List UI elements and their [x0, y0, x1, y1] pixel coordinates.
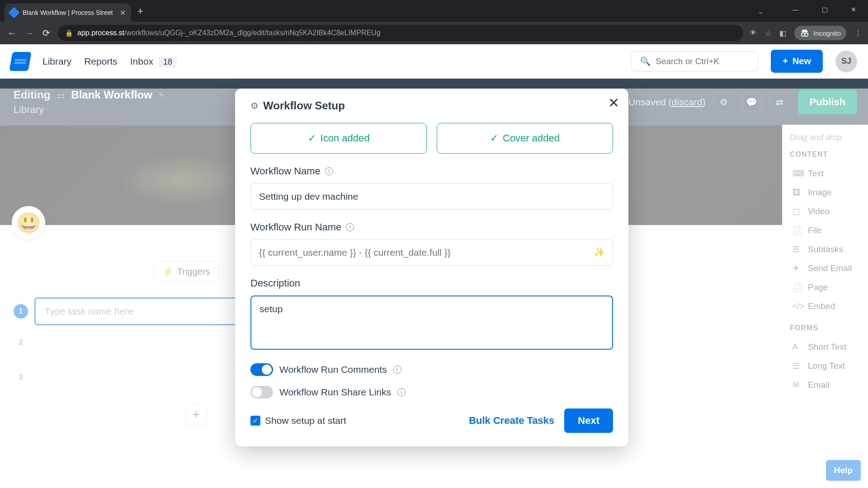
sharelinks-toggle-label: Workflow Run Share Links	[279, 387, 391, 398]
workflow-setup-modal: ⚙ Workflow Setup ✕ ✓Icon added ✓Cover ad…	[235, 89, 628, 446]
workflow-name-label: Workflow Name i	[250, 165, 613, 177]
info-icon[interactable]: i	[393, 366, 401, 374]
nav-back-icon[interactable]: ←	[6, 28, 17, 38]
tab-search-icon[interactable]: ⌄	[757, 6, 764, 16]
run-name-input[interactable]	[250, 239, 613, 266]
user-avatar[interactable]: SJ	[835, 51, 857, 72]
bulk-create-link[interactable]: Bulk Create Tasks	[469, 415, 554, 427]
new-button[interactable]: + New	[771, 50, 823, 73]
description-label: Description	[250, 277, 613, 289]
nav-reports[interactable]: Reports	[84, 56, 118, 67]
icon-added-chip[interactable]: ✓Icon added	[250, 123, 427, 154]
tab-title: Blank Workflow | Process Street	[23, 9, 113, 16]
nav-reload-icon[interactable]: ⟳	[41, 28, 52, 38]
app-logo-icon[interactable]	[9, 52, 31, 71]
info-icon[interactable]: i	[325, 167, 333, 175]
incognito-badge[interactable]: Incognito	[794, 26, 846, 40]
check-icon: ✓	[308, 132, 316, 144]
inbox-count-badge: 18	[159, 56, 177, 67]
browser-menu-icon[interactable]: ⋮	[854, 29, 862, 38]
window-maximize-icon[interactable]: ▢	[810, 0, 839, 19]
tab-favicon-icon	[8, 7, 19, 18]
check-icon: ✓	[490, 132, 498, 144]
info-icon[interactable]: i	[397, 388, 406, 396]
bookmark-star-icon[interactable]: ☆	[765, 29, 771, 38]
info-icon[interactable]: i	[346, 223, 354, 231]
nav-library[interactable]: Library	[42, 56, 71, 67]
svg-point-0	[802, 33, 805, 36]
url-domain: app.process.st	[77, 29, 124, 37]
show-setup-label: Show setup at start	[265, 415, 346, 426]
tab-close-icon[interactable]: ✕	[120, 9, 126, 17]
show-setup-checkbox[interactable]: ✓	[250, 416, 260, 426]
modal-close-button[interactable]: ✕	[608, 95, 619, 111]
modal-title: Workflow Setup	[263, 99, 345, 112]
comments-toggle-label: Workflow Run Comments	[279, 364, 387, 375]
cover-added-chip[interactable]: ✓Cover added	[437, 123, 613, 154]
gear-icon: ⚙	[250, 100, 259, 111]
extension-icon[interactable]: ◧	[779, 29, 786, 38]
description-input[interactable]	[250, 296, 613, 350]
incognito-icon	[800, 28, 810, 38]
magic-wand-icon[interactable]: ✨	[594, 247, 605, 258]
search-placeholder: Search or Ctrl+K	[656, 56, 719, 66]
address-bar[interactable]: 🔒 app.process.st/workflows/uQGGj-_oKZ43z…	[58, 25, 743, 41]
plus-icon: +	[783, 56, 788, 66]
search-icon: 🔍	[640, 56, 651, 66]
lock-icon: 🔒	[65, 29, 73, 37]
next-button[interactable]: Next	[564, 408, 613, 433]
workflow-name-input[interactable]	[250, 183, 613, 210]
nav-forward-icon: →	[24, 28, 34, 38]
window-minimize-icon[interactable]: —	[781, 0, 810, 19]
comments-toggle[interactable]	[250, 363, 273, 376]
url-path: /workflows/uQGGj-_oKZ43zDM2a_dlgg/edit/t…	[124, 29, 380, 37]
svg-point-1	[805, 33, 808, 36]
new-tab-button[interactable]: +	[137, 5, 143, 17]
sharelinks-toggle[interactable]	[250, 386, 273, 399]
run-name-label: Workflow Run Name i	[250, 221, 613, 233]
global-search-input[interactable]: 🔍 Search or Ctrl+K	[632, 51, 758, 71]
nav-inbox[interactable]: Inbox 18	[130, 56, 177, 67]
eye-off-icon[interactable]: 👁	[750, 29, 757, 37]
window-close-icon[interactable]: ✕	[839, 0, 868, 19]
browser-tab[interactable]: Blank Workflow | Process Street ✕	[5, 4, 131, 22]
